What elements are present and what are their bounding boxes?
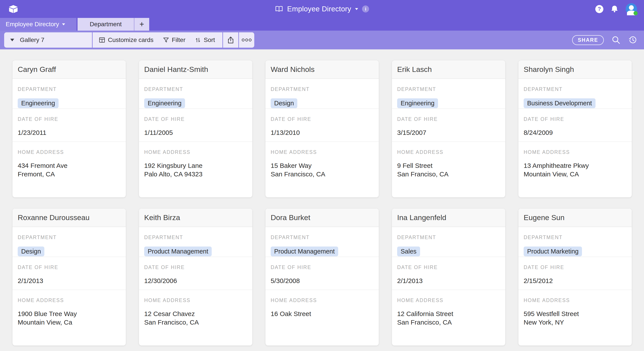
employee-card[interactable]: Keith Birza DEPARTMENT Product Managemen… xyxy=(139,208,252,345)
filter-button[interactable]: Filter xyxy=(163,37,186,44)
home-address-value: 595 Westfell Street New York, NY xyxy=(524,309,626,326)
field-label-department: DEPARTMENT xyxy=(144,234,247,240)
field-label-date-of-hire: DATE OF HIRE xyxy=(18,116,120,122)
employee-card[interactable]: Sharolyn Singh DEPARTMENT Business Devel… xyxy=(518,60,632,197)
employee-name: Daniel Hantz-Smith xyxy=(139,60,252,79)
home-address-value: 12 California Street San Francisco, CA xyxy=(397,309,500,326)
tab-department[interactable]: Department xyxy=(78,18,134,31)
tab-employee-directory[interactable]: Employee Directory xyxy=(0,18,76,31)
filter-label: Filter xyxy=(172,37,186,44)
date-of-hire-field: DATE OF HIRE 1/11/2005 xyxy=(139,109,252,142)
date-of-hire-field: DATE OF HIRE 1/23/2011 xyxy=(12,109,126,142)
view-controls: Gallery 7 Customize cards xyxy=(4,32,254,48)
field-label-department: DEPARTMENT xyxy=(271,234,374,240)
more-options-button[interactable] xyxy=(239,32,254,48)
date-of-hire-value: 2/1/2013 xyxy=(18,276,120,285)
home-address-value: 15 Baker Way San Francisco, CA xyxy=(271,161,374,178)
field-label-department: DEPARTMENT xyxy=(397,234,500,240)
field-label-date-of-hire: DATE OF HIRE xyxy=(144,116,247,122)
share-button[interactable]: SHARE xyxy=(572,35,604,45)
date-of-hire-value: 1/23/2011 xyxy=(18,128,120,137)
card-grid-icon xyxy=(99,37,105,43)
date-of-hire-value: 3/15/2007 xyxy=(397,128,500,137)
toolbar-right-actions: SHARE xyxy=(572,31,638,49)
customize-cards-button[interactable]: Customize cards xyxy=(99,37,154,44)
user-avatar[interactable] xyxy=(626,3,637,15)
department-pill: Product Management xyxy=(271,246,338,256)
department-field: DEPARTMENT Product Management xyxy=(266,227,379,257)
three-dots-icon xyxy=(242,38,252,42)
plus-icon: + xyxy=(139,20,144,29)
department-field: DEPARTMENT Business Development xyxy=(518,79,632,109)
view-switcher[interactable]: Gallery 7 xyxy=(4,32,92,48)
employee-card[interactable]: Ina Langenfeld DEPARTMENT Sales DATE OF … xyxy=(392,208,505,345)
view-toolbar: Gallery 7 Customize cards xyxy=(0,31,644,49)
home-address-field: HOME ADDRESS 434 Fremont Ave Fremont, CA xyxy=(12,142,126,197)
home-address-field: HOME ADDRESS 15 Baker Way San Francisco,… xyxy=(266,142,379,197)
field-label-date-of-hire: DATE OF HIRE xyxy=(397,264,500,270)
home-address-value: 9 Fell Street San Franciso, CA xyxy=(397,161,500,178)
employee-name: Ina Langenfeld xyxy=(392,208,505,227)
employee-card[interactable]: Caryn Graff DEPARTMENT Engineering DATE … xyxy=(12,60,126,197)
topbar-actions: ? xyxy=(595,3,637,15)
field-label-department: DEPARTMENT xyxy=(144,86,247,92)
department-field: DEPARTMENT Design xyxy=(266,79,379,109)
employee-card[interactable]: Erik Lasch DEPARTMENT Engineering DATE O… xyxy=(392,60,505,197)
view-tools: Customize cards Filter Sort xyxy=(92,32,222,48)
field-label-department: DEPARTMENT xyxy=(397,86,500,92)
home-address-field: HOME ADDRESS 16 Oak Street xyxy=(266,290,379,345)
home-address-value: 434 Fremont Ave Fremont, CA xyxy=(18,161,120,178)
funnel-icon xyxy=(163,37,169,43)
department-pill: Design xyxy=(18,246,44,256)
search-icon[interactable] xyxy=(612,36,620,44)
employee-name: Roxanne Durousseau xyxy=(12,208,126,227)
view-name: Gallery 7 xyxy=(20,37,44,44)
employee-name: Ward Nichols xyxy=(266,60,379,79)
employee-card[interactable]: Roxanne Durousseau DEPARTMENT Design DAT… xyxy=(12,208,126,345)
home-address-value: 16 Oak Street xyxy=(271,309,374,318)
sort-button[interactable]: Sort xyxy=(195,37,215,44)
airtable-logo-icon[interactable] xyxy=(8,5,18,13)
table-tabs-bar: Employee Directory Department + xyxy=(0,18,644,31)
home-address-value: 12 Cesar Chavez San Francisco, CA xyxy=(144,309,247,326)
field-label-date-of-hire: DATE OF HIRE xyxy=(271,264,374,270)
department-pill: Product Marketing xyxy=(524,246,582,256)
employee-card[interactable]: Dora Burket DEPARTMENT Product Managemen… xyxy=(266,208,379,345)
employee-name: Caryn Graff xyxy=(12,60,126,79)
employee-card[interactable]: Ward Nichols DEPARTMENT Design DATE OF H… xyxy=(266,60,379,197)
online-status-dot xyxy=(634,11,638,15)
department-field: DEPARTMENT Product Management xyxy=(139,227,252,257)
department-field: DEPARTMENT Product Marketing xyxy=(518,227,632,257)
base-title[interactable]: Employee Directory xyxy=(287,5,351,13)
help-icon[interactable]: ? xyxy=(595,5,603,13)
date-of-hire-value: 2/15/2012 xyxy=(524,276,626,285)
employee-name: Sharolyn Singh xyxy=(518,60,632,79)
field-label-department: DEPARTMENT xyxy=(524,234,626,240)
title-caret-down-icon[interactable] xyxy=(355,8,358,10)
home-address-field: HOME ADDRESS 12 California Street San Fr… xyxy=(392,290,505,345)
department-pill: Engineering xyxy=(397,98,438,108)
field-label-date-of-hire: DATE OF HIRE xyxy=(397,116,500,122)
department-pill: Engineering xyxy=(144,98,185,108)
notifications-bell-icon[interactable] xyxy=(610,5,619,13)
date-of-hire-value: 2/1/2013 xyxy=(397,276,500,285)
employee-card[interactable]: Daniel Hantz-Smith DEPARTMENT Engineerin… xyxy=(139,60,252,197)
date-of-hire-field: DATE OF HIRE 5/30/2008 xyxy=(266,257,379,290)
field-label-home-address: HOME ADDRESS xyxy=(18,149,120,155)
tab-label: Employee Directory xyxy=(6,21,59,28)
history-icon[interactable] xyxy=(628,36,638,45)
home-address-field: HOME ADDRESS 192 Kingsbury Lane Palo Alt… xyxy=(139,142,252,197)
home-address-value: 1900 Blue Tree Way Mountain View, Ca xyxy=(18,309,120,326)
home-address-value: 13 Amphitheatre Pkwy Mountain View, CA xyxy=(524,161,626,178)
info-icon[interactable]: i xyxy=(362,6,369,13)
add-table-button[interactable]: + xyxy=(134,18,149,31)
date-of-hire-field: DATE OF HIRE 2/1/2013 xyxy=(12,257,126,290)
department-field: DEPARTMENT Design xyxy=(12,227,126,257)
sort-label: Sort xyxy=(204,37,215,44)
share-view-button[interactable] xyxy=(223,32,238,48)
department-pill: Design xyxy=(271,98,297,108)
field-label-home-address: HOME ADDRESS xyxy=(524,149,626,155)
field-label-date-of-hire: DATE OF HIRE xyxy=(524,116,626,122)
date-of-hire-value: 1/11/2005 xyxy=(144,128,247,137)
employee-card[interactable]: Eugene Sun DEPARTMENT Product Marketing … xyxy=(518,208,632,345)
